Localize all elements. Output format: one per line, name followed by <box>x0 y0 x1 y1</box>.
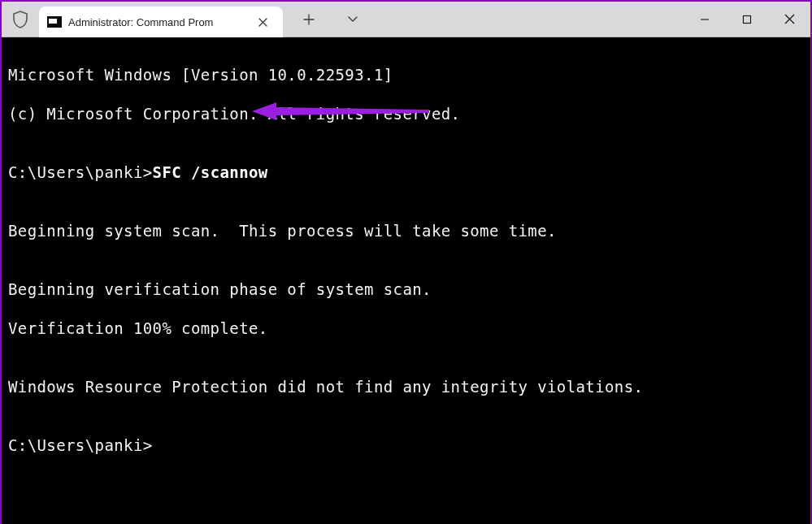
app-window: Administrator: Command Prom <box>0 0 812 524</box>
terminal-line: Beginning verification phase of system s… <box>8 279 805 299</box>
terminal-line: Microsoft Windows [Version 10.0.22593.1] <box>8 65 805 84</box>
terminal-line: C:\Users\panki>SFC /scannow <box>8 162 805 182</box>
window-close-button[interactable] <box>768 2 810 37</box>
minimize-button[interactable] <box>684 2 726 37</box>
cmd-icon <box>47 16 62 28</box>
terminal-line: C:\Users\panki> <box>8 435 805 455</box>
new-tab-button[interactable] <box>297 8 320 31</box>
terminal-line: (c) Microsoft Corporation. All rights re… <box>8 104 805 123</box>
tab-dropdown-button[interactable] <box>341 8 364 31</box>
terminal-line: Beginning system scan. This process will… <box>8 221 805 240</box>
close-icon <box>258 18 267 27</box>
tab-close-button[interactable] <box>252 11 273 32</box>
close-icon <box>784 14 795 24</box>
privacy-shield-icon <box>2 2 39 37</box>
command-text: SFC /scannow <box>153 163 268 181</box>
svg-rect-0 <box>744 15 751 23</box>
maximize-button[interactable] <box>726 2 768 37</box>
maximize-icon <box>742 15 752 24</box>
tabstrip-controls <box>283 2 364 37</box>
window-controls <box>684 2 810 37</box>
tab-command-prompt[interactable]: Administrator: Command Prom <box>39 6 283 37</box>
terminal-line: Windows Resource Protection did not find… <box>8 377 805 396</box>
prompt-text: C:\Users\panki> <box>8 163 153 181</box>
terminal-output[interactable]: Microsoft Windows [Version 10.0.22593.1]… <box>2 37 810 524</box>
terminal-line: Verification 100% complete. <box>8 318 805 338</box>
titlebar: Administrator: Command Prom <box>2 2 810 37</box>
tab-title: Administrator: Command Prom <box>68 16 245 28</box>
minimize-icon <box>700 15 710 24</box>
chevron-down-icon <box>347 15 358 24</box>
plus-icon <box>303 14 315 25</box>
